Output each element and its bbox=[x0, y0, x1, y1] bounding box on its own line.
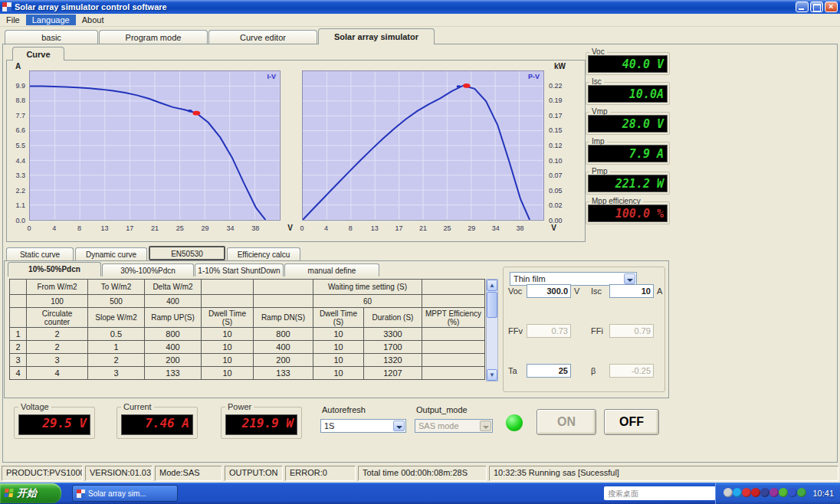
table-cell[interactable] bbox=[422, 341, 485, 354]
taskbar-item-solar-array[interactable]: Solar array sim... bbox=[72, 485, 178, 502]
tab-efficiency-calcu[interactable]: Efficiency calcu bbox=[227, 247, 300, 260]
table-cell[interactable]: 1320 bbox=[364, 354, 422, 367]
tab-dynamic-curve[interactable]: Dynamic curve bbox=[75, 247, 147, 260]
scroll-up-icon[interactable]: ▲ bbox=[487, 280, 497, 291]
table-cell[interactable]: From W/m2 bbox=[27, 280, 88, 295]
tray-antivirus-icon[interactable] bbox=[797, 488, 806, 497]
maximize-button[interactable] bbox=[810, 2, 823, 12]
table-cell[interactable] bbox=[422, 280, 485, 295]
table-cell[interactable]: Dwell Time (S) bbox=[202, 308, 254, 328]
tray-shield-icon[interactable] bbox=[788, 488, 797, 497]
table-cell[interactable]: Ramp UP(S) bbox=[145, 308, 202, 328]
table-cell[interactable]: To W/m2 bbox=[88, 280, 145, 295]
table-cell[interactable]: 10 bbox=[202, 354, 254, 367]
table-cell[interactable]: 4 bbox=[27, 367, 88, 380]
table-cell[interactable]: 1700 bbox=[364, 341, 422, 354]
table-cell[interactable]: Waiting time setting (S) bbox=[313, 280, 422, 295]
tray-hardware-icon[interactable] bbox=[724, 488, 733, 497]
table-cell[interactable] bbox=[10, 295, 27, 308]
table-cell[interactable]: 3 bbox=[88, 367, 145, 380]
table-cell[interactable]: 2 bbox=[10, 341, 27, 354]
tray-update-icon[interactable] bbox=[769, 488, 779, 497]
table-cell[interactable]: 400 bbox=[145, 295, 202, 308]
tab-static-curve[interactable]: Static curve bbox=[6, 247, 74, 260]
table-cell[interactable]: 800 bbox=[145, 328, 202, 341]
table-cell[interactable] bbox=[422, 295, 485, 308]
param-input-isc[interactable]: 10 bbox=[609, 284, 654, 298]
param-input-ta[interactable]: 25 bbox=[527, 364, 571, 378]
tray-security-icon[interactable] bbox=[751, 488, 760, 497]
scroll-down-icon[interactable]: ▼ bbox=[487, 369, 497, 381]
table-cell[interactable] bbox=[10, 280, 27, 295]
on-button[interactable]: ON bbox=[536, 409, 596, 435]
table-cell[interactable] bbox=[422, 328, 485, 341]
table-cell[interactable]: 1 bbox=[88, 341, 145, 354]
dropdown-arrow-icon[interactable] bbox=[624, 273, 635, 284]
table-cell[interactable] bbox=[10, 308, 27, 328]
table-cell[interactable]: 400 bbox=[254, 341, 313, 354]
table-cell[interactable]: 4 bbox=[10, 367, 27, 380]
table-cell[interactable] bbox=[202, 295, 254, 308]
table-cell[interactable]: 10 bbox=[313, 341, 364, 354]
table-cell[interactable]: 200 bbox=[145, 354, 202, 367]
table-cell[interactable]: 60 bbox=[313, 295, 422, 308]
tray-download-icon[interactable] bbox=[742, 488, 751, 497]
tab-solar-array-simulator[interactable]: Solar array simulator bbox=[318, 28, 435, 44]
table-cell[interactable]: Slope W/m2 bbox=[88, 308, 145, 328]
tab-basic[interactable]: basic bbox=[5, 30, 98, 44]
table-cell[interactable]: 10 bbox=[202, 328, 254, 341]
table-cell[interactable]: Delta W/m2 bbox=[145, 280, 202, 295]
table-cell[interactable]: 10 bbox=[202, 367, 254, 380]
table-cell[interactable]: 400 bbox=[145, 341, 202, 354]
subtab-0[interactable]: 10%-50%Pdcn bbox=[8, 262, 101, 277]
menu-item-about[interactable]: About bbox=[76, 15, 110, 25]
table-cell[interactable]: 800 bbox=[254, 328, 313, 341]
table-cell[interactable]: 133 bbox=[145, 367, 202, 380]
table-scrollbar[interactable]: ▲ ▼ bbox=[486, 279, 498, 381]
table-cell[interactable] bbox=[254, 295, 313, 308]
subtab-1[interactable]: 30%-100%Pdcn bbox=[102, 263, 194, 277]
param-input-voc[interactable]: 300.0 bbox=[527, 284, 571, 298]
menu-item-language[interactable]: Language bbox=[26, 15, 76, 25]
desktop-search-input[interactable]: 搜索桌面 bbox=[604, 486, 716, 500]
table-cell[interactable]: Circulate counter bbox=[27, 308, 88, 328]
table-cell[interactable]: 2 bbox=[27, 341, 88, 354]
table-cell[interactable]: 133 bbox=[254, 367, 313, 380]
table-cell[interactable]: 10 bbox=[313, 354, 364, 367]
table-cell[interactable]: 10 bbox=[313, 328, 364, 341]
table-cell[interactable]: 200 bbox=[254, 354, 313, 367]
tray-messenger-icon[interactable] bbox=[733, 488, 742, 497]
table-cell[interactable]: 100 bbox=[27, 295, 88, 308]
start-button[interactable]: 开始 bbox=[0, 483, 61, 503]
table-cell[interactable]: 1 bbox=[10, 328, 27, 341]
table-cell[interactable] bbox=[202, 280, 254, 295]
table-cell[interactable]: Dwell Time (S) bbox=[313, 308, 364, 328]
table-cell[interactable]: Duration (S) bbox=[364, 308, 422, 328]
dropdown-arrow-icon[interactable] bbox=[393, 421, 405, 431]
table-cell[interactable]: MPPT Efficiency (%) bbox=[422, 308, 485, 328]
table-cell[interactable] bbox=[422, 367, 485, 380]
table-cell[interactable] bbox=[422, 354, 485, 367]
minimize-button[interactable] bbox=[796, 2, 809, 12]
tray-network-icon[interactable] bbox=[760, 488, 769, 497]
table-cell[interactable]: 0.5 bbox=[88, 328, 145, 341]
table-cell[interactable]: 3 bbox=[27, 354, 88, 367]
table-cell[interactable]: 2 bbox=[88, 354, 145, 367]
table-cell[interactable]: 3300 bbox=[364, 328, 422, 341]
tab-program-mode[interactable]: Program mode bbox=[99, 30, 208, 44]
table-cell[interactable]: Ramp DN(S) bbox=[254, 308, 313, 328]
tray-monitor-icon[interactable] bbox=[779, 488, 788, 497]
tab-curve-editor[interactable]: Curve editor bbox=[208, 30, 317, 44]
autorefresh-select[interactable]: 1S bbox=[320, 419, 406, 433]
table-cell[interactable]: 10 bbox=[202, 341, 254, 354]
menu-item-file[interactable]: File bbox=[0, 15, 26, 25]
tab-en50530[interactable]: EN50530 bbox=[149, 246, 225, 260]
tab-curve[interactable]: Curve bbox=[12, 47, 64, 61]
table-cell[interactable]: 10 bbox=[313, 367, 364, 380]
subtab-2[interactable]: 1-10% Start ShuntDown bbox=[195, 263, 284, 277]
table-cell[interactable] bbox=[254, 280, 313, 295]
table-cell[interactable]: 500 bbox=[88, 295, 145, 308]
table-cell[interactable]: 1207 bbox=[364, 367, 422, 380]
table-cell[interactable]: 2 bbox=[27, 328, 88, 341]
scroll-thumb[interactable] bbox=[487, 292, 497, 318]
